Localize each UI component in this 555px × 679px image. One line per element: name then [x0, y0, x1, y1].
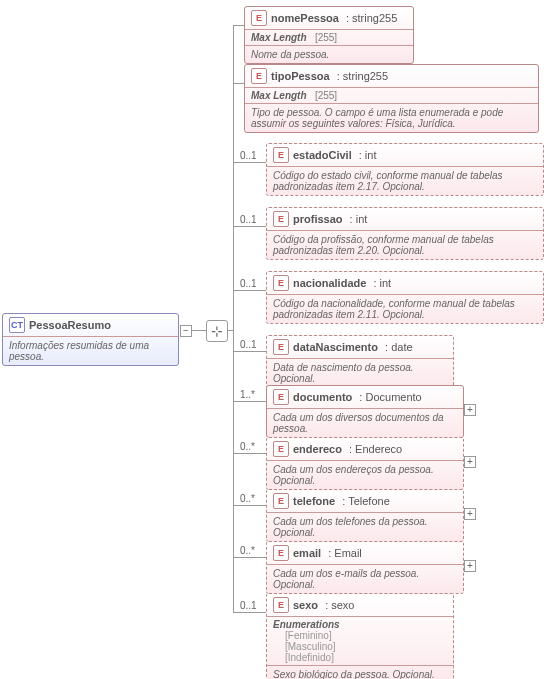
element-name: estadoCivil	[293, 149, 352, 161]
connector	[233, 25, 244, 26]
element-name: email	[293, 547, 321, 559]
connector	[233, 162, 266, 163]
connector	[233, 290, 266, 291]
expand-icon[interactable]: −	[180, 325, 192, 337]
element-name: endereco	[293, 443, 342, 455]
cardinality-label: 0..*	[240, 545, 255, 556]
element-desc: Sexo biológico da pessoa. Opcional.	[267, 665, 453, 679]
element-node[interactable]: Esexo : sexoEnumerations[Feminino][Mascu…	[266, 593, 454, 679]
complex-type-node[interactable]: CTPessoaResumo Informações resumidas de …	[2, 313, 179, 366]
element-meta: Max Length [255]	[245, 87, 538, 103]
expand-icon[interactable]: +	[464, 508, 476, 520]
connector	[233, 25, 234, 612]
element-badge: E	[273, 597, 289, 613]
cardinality-label: 0..1	[240, 150, 257, 161]
connector	[233, 612, 266, 613]
element-desc: Nome da pessoa.	[245, 45, 413, 63]
element-name: documento	[293, 391, 352, 403]
connector	[233, 505, 266, 506]
cardinality-label: 0..1	[240, 600, 257, 611]
element-desc: Código da nacionalidade, conforme manual…	[267, 294, 543, 323]
element-badge: E	[273, 493, 289, 509]
connector	[233, 453, 266, 454]
ct-badge: CT	[9, 317, 25, 333]
expand-icon[interactable]: +	[464, 560, 476, 572]
connector	[233, 226, 266, 227]
element-desc: Código do estado civil, conforme manual …	[267, 166, 543, 195]
element-badge: E	[273, 441, 289, 457]
cardinality-label: 0..1	[240, 339, 257, 350]
connector	[233, 557, 266, 558]
element-node[interactable]: EtipoPessoa : string255Max Length [255]T…	[244, 64, 539, 133]
element-name: telefone	[293, 495, 335, 507]
element-badge: E	[273, 545, 289, 561]
element-name: nomePessoa	[271, 12, 339, 24]
element-node[interactable]: Enacionalidade : intCódigo da nacionalid…	[266, 271, 544, 324]
element-name: sexo	[293, 599, 318, 611]
element-badge: E	[273, 147, 289, 163]
connector	[233, 83, 244, 84]
ct-desc: Informações resumidas de uma pessoa.	[3, 336, 178, 365]
element-node[interactable]: EdataNascimento : dateData de nascimento…	[266, 335, 454, 388]
ct-name: PessoaResumo	[29, 319, 111, 331]
cardinality-label: 0..1	[240, 214, 257, 225]
element-badge: E	[273, 339, 289, 355]
element-badge: E	[273, 389, 289, 405]
element-node[interactable]: Eprofissao : intCódigo da profissão, con…	[266, 207, 544, 260]
element-node[interactable]: Eendereco : EnderecoCada um dos endereço…	[266, 437, 464, 490]
element-name: dataNascimento	[293, 341, 378, 353]
connector	[233, 401, 266, 402]
element-name: tipoPessoa	[271, 70, 330, 82]
connector	[233, 351, 266, 352]
sequence-icon	[206, 320, 228, 342]
element-desc: Cada um dos diversos documentos da pesso…	[267, 408, 463, 437]
element-desc: Data de nascimento da pessoa. Opcional.	[267, 358, 453, 387]
element-desc: Cada um dos telefones da pessoa. Opciona…	[267, 512, 463, 541]
expand-icon[interactable]: +	[464, 404, 476, 416]
element-badge: E	[251, 68, 267, 84]
element-badge: E	[273, 211, 289, 227]
element-name: profissao	[293, 213, 343, 225]
element-meta: Max Length [255]	[245, 29, 413, 45]
connector	[191, 330, 206, 331]
element-desc: Cada um dos e-mails da pessoa. Opcional.	[267, 564, 463, 593]
element-node[interactable]: EnomePessoa : string255Max Length [255]N…	[244, 6, 414, 64]
element-meta: Enumerations[Feminino][Masculino][Indefi…	[267, 616, 453, 665]
element-node[interactable]: Eemail : EmailCada um dos e-mails da pes…	[266, 541, 464, 594]
cardinality-label: 0..*	[240, 441, 255, 452]
cardinality-label: 0..*	[240, 493, 255, 504]
element-desc: Código da profissão, conforme manual de …	[267, 230, 543, 259]
expand-icon[interactable]: +	[464, 456, 476, 468]
element-node[interactable]: Edocumento : DocumentoCada um dos divers…	[266, 385, 464, 438]
element-badge: E	[251, 10, 267, 26]
element-desc: Tipo de pessoa. O campo é uma lista enum…	[245, 103, 538, 132]
element-desc: Cada um dos endereços da pessoa. Opciona…	[267, 460, 463, 489]
element-node[interactable]: EestadoCivil : intCódigo do estado civil…	[266, 143, 544, 196]
element-name: nacionalidade	[293, 277, 366, 289]
element-node[interactable]: Etelefone : TelefoneCada um dos telefone…	[266, 489, 464, 542]
cardinality-label: 0..1	[240, 278, 257, 289]
element-badge: E	[273, 275, 289, 291]
cardinality-label: 1..*	[240, 389, 255, 400]
